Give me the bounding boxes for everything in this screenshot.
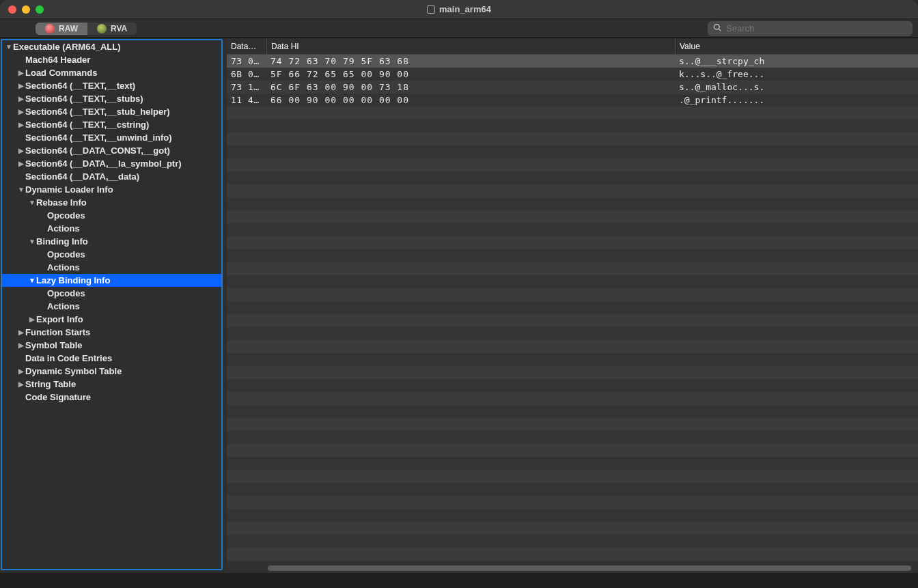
minimize-icon[interactable] <box>22 5 30 14</box>
column-header-value[interactable]: Value <box>675 38 918 54</box>
tree-node-label: Opcodes <box>47 288 85 298</box>
tree-node[interactable]: Actions <box>2 261 221 274</box>
chevron-down-icon[interactable]: ▼ <box>5 43 13 51</box>
close-icon[interactable] <box>8 5 16 14</box>
table-row-empty <box>227 249 918 262</box>
chevron-right-icon[interactable]: ▶ <box>17 121 25 128</box>
maximize-icon[interactable] <box>36 5 44 14</box>
tree-node[interactable]: ▶Dynamic Symbol Table <box>2 365 221 378</box>
tree-node-label: Lazy Binding Info <box>36 275 110 285</box>
chevron-down-icon[interactable]: ▼ <box>28 238 36 245</box>
chevron-right-icon[interactable]: ▶ <box>17 160 25 167</box>
data-rows[interactable]: 73 0…74 72 63 70 79 5F 63 68s..@___strcp… <box>227 55 918 563</box>
segment-raw[interactable]: RAW <box>36 23 87 35</box>
tree-node[interactable]: Actions <box>2 222 221 235</box>
tree-node[interactable]: ▼Executable (ARM64_ALL) <box>2 40 221 53</box>
tree-node[interactable]: Mach64 Header <box>2 53 221 66</box>
tree-node-label: Actions <box>47 223 80 234</box>
tree-node[interactable]: Section64 (__DATA,__data) <box>2 170 221 183</box>
tree-node-label: Section64 (__TEXT,__text) <box>25 81 135 91</box>
tree-node[interactable]: Opcodes <box>2 287 221 300</box>
tree-node[interactable]: ▼Rebase Info <box>2 196 221 209</box>
table-row-empty <box>227 184 918 197</box>
table-row-empty <box>227 483 918 496</box>
titlebar[interactable]: main_arm64 <box>0 0 918 19</box>
search-input[interactable] <box>726 23 907 33</box>
tree-node[interactable]: ▶Function Starts <box>2 326 221 339</box>
tree-node[interactable]: ▼Dynamic Loader Info <box>2 183 221 196</box>
table-row[interactable]: 6B 0…5F 66 72 65 65 00 90 00k...s..@_fre… <box>227 68 918 81</box>
column-header-data-lo[interactable]: Data… <box>227 38 266 54</box>
table-row[interactable]: 73 1…6C 6F 63 00 90 00 73 18s..@_malloc.… <box>227 81 918 94</box>
tree-node-label: Section64 (__DATA_CONST,__got) <box>25 145 170 156</box>
tree-node[interactable]: Data in Code Entries <box>2 352 221 365</box>
table-row-empty <box>227 275 918 288</box>
segment-rva[interactable]: RVA <box>87 23 137 35</box>
chevron-right-icon[interactable]: ▶ <box>17 328 25 336</box>
chevron-right-icon[interactable]: ▶ <box>17 380 25 388</box>
tree-node-label: Load Commands <box>25 68 97 78</box>
tree-node-label: Dynamic Symbol Table <box>25 366 122 376</box>
chevron-down-icon[interactable]: ▼ <box>17 186 25 193</box>
tree-node[interactable]: ▶Section64 (__DATA_CONST,__got) <box>2 144 221 157</box>
tree-node[interactable]: ▶Symbol Table <box>2 339 221 352</box>
tree-node[interactable]: ▼Lazy Binding Info <box>2 274 221 287</box>
tree-node[interactable]: ▶String Table <box>2 378 221 391</box>
tree-node[interactable]: Opcodes <box>2 209 221 222</box>
table-row-empty <box>227 120 918 132</box>
tree-node[interactable]: ▶Export Info <box>2 313 221 326</box>
scrollbar-thumb[interactable] <box>268 565 911 571</box>
column-headers[interactable]: Data… Data HI Value <box>227 38 918 55</box>
tree-node[interactable]: Section64 (__TEXT,__unwind_info) <box>2 131 221 144</box>
chevron-right-icon[interactable]: ▶ <box>17 95 25 102</box>
table-row-empty <box>227 496 918 509</box>
table-row[interactable]: 73 0…74 72 63 70 79 5F 63 68s..@___strcp… <box>227 55 918 68</box>
search-field[interactable] <box>708 21 913 36</box>
chevron-right-icon[interactable]: ▶ <box>17 147 25 154</box>
table-row-empty <box>227 327 918 340</box>
tree-node[interactable]: ▼Binding Info <box>2 235 221 248</box>
tree-node[interactable]: Actions <box>2 300 221 313</box>
tree-node-label: Opcodes <box>47 249 85 260</box>
table-row-empty <box>227 431 918 444</box>
tree-node-label: Executable (ARM64_ALL) <box>13 42 120 52</box>
tree-node[interactable]: ▶Section64 (__DATA,__la_symbol_ptr) <box>2 157 221 170</box>
table-row[interactable]: 11 4…66 00 90 00 00 00 00 00.@_printf...… <box>227 94 918 107</box>
chevron-right-icon[interactable]: ▶ <box>17 82 25 89</box>
horizontal-scrollbar[interactable] <box>227 563 918 573</box>
cell-a: 73 1… <box>227 82 266 92</box>
table-row-empty <box>227 236 918 249</box>
cell-b: 66 00 90 00 00 00 00 00 <box>266 95 675 105</box>
tree-node-label: Rebase Info <box>36 197 87 208</box>
chevron-down-icon[interactable]: ▼ <box>28 277 36 284</box>
table-row-empty <box>227 340 918 353</box>
tree-node[interactable]: Code Signature <box>2 391 221 404</box>
table-row-empty <box>227 392 918 405</box>
chevron-right-icon[interactable]: ▶ <box>17 367 25 375</box>
table-row-empty <box>227 288 918 301</box>
tree-node-label: Section64 (__TEXT,__unwind_info) <box>25 132 172 143</box>
window-title-text: main_arm64 <box>439 4 491 14</box>
body: ▼Executable (ARM64_ALL)Mach64 Header▶Loa… <box>0 38 918 573</box>
chevron-down-icon[interactable]: ▼ <box>28 199 36 206</box>
table-row-empty <box>227 314 918 327</box>
tree-node-label: Opcodes <box>47 210 85 221</box>
tree-node[interactable]: Opcodes <box>2 248 221 261</box>
chevron-right-icon[interactable]: ▶ <box>17 108 25 115</box>
tree-node[interactable]: ▶Load Commands <box>2 66 221 79</box>
table-row-empty <box>227 548 918 561</box>
toolbar: RAW RVA <box>0 19 918 38</box>
cell-a: 11 4… <box>227 95 266 105</box>
column-header-data-hi[interactable]: Data HI <box>266 38 675 54</box>
tree-node[interactable]: ▶Section64 (__TEXT,__text) <box>2 79 221 92</box>
chevron-right-icon[interactable]: ▶ <box>17 69 25 76</box>
tree-node[interactable]: ▶Section64 (__TEXT,__cstring) <box>2 118 221 131</box>
tree-node[interactable]: ▶Section64 (__TEXT,__stubs) <box>2 92 221 105</box>
table-row-empty <box>227 145 918 158</box>
chevron-right-icon[interactable]: ▶ <box>28 316 36 323</box>
chevron-right-icon[interactable]: ▶ <box>17 341 25 349</box>
tree-node[interactable]: ▶Section64 (__TEXT,__stub_helper) <box>2 105 221 118</box>
table-row-empty <box>227 353 918 366</box>
sidebar-tree[interactable]: ▼Executable (ARM64_ALL)Mach64 Header▶Loa… <box>1 39 223 570</box>
table-row-empty <box>227 418 918 431</box>
